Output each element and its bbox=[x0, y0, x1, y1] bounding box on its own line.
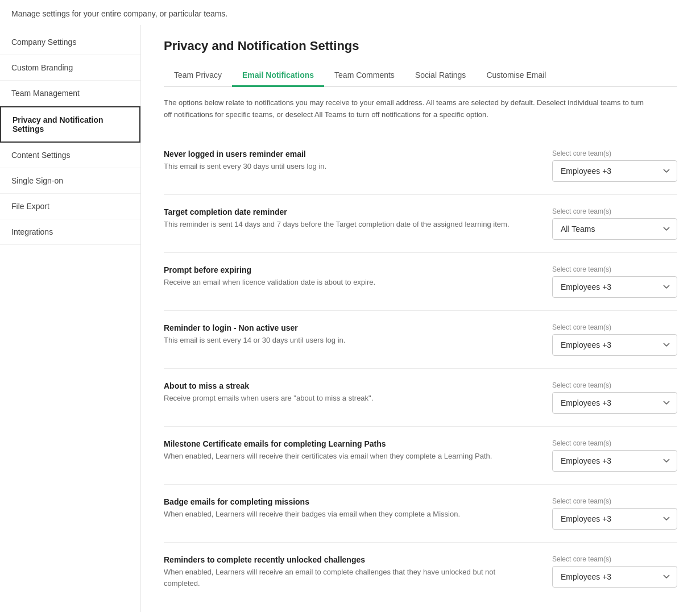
notification-title-about-to-miss-streak: About to miss a streak bbox=[164, 381, 516, 390]
notification-desc-reminders-challenges: When enabled, Learners will receive an e… bbox=[164, 567, 516, 589]
select-dropdown-about-to-miss-streak[interactable]: All TeamsEmployees +3EmployeesManagersAl… bbox=[552, 392, 677, 414]
notification-desc-badge-emails: When enabled, Learners will receive thei… bbox=[164, 509, 516, 520]
select-label-prompt-expiring: Select core team(s) bbox=[552, 265, 677, 273]
select-group-never-logged-in: Select core team(s)All TeamsEmployees +3… bbox=[552, 149, 677, 182]
select-dropdown-reminder-login[interactable]: All TeamsEmployees +3EmployeesManagersAl… bbox=[552, 334, 677, 356]
sidebar-item-single-sign-on[interactable]: Single Sign-on bbox=[0, 168, 140, 194]
notification-row-prompt-expiring: Prompt before expiringReceive an email w… bbox=[164, 253, 677, 311]
notification-desc-about-to-miss-streak: Receive prompt emails when users are "ab… bbox=[164, 393, 516, 404]
sidebar-item-custom-branding[interactable]: Custom Branding bbox=[0, 55, 140, 81]
notification-desc-target-completion: This reminder is sent 14 days and 7 days… bbox=[164, 219, 516, 230]
notification-row-never-logged-in: Never logged in users reminder emailThis… bbox=[164, 137, 677, 195]
select-label-about-to-miss-streak: Select core team(s) bbox=[552, 381, 677, 389]
notification-desc-reminder-login: This email is sent every 14 or 30 days u… bbox=[164, 335, 516, 346]
select-dropdown-prompt-expiring[interactable]: All TeamsEmployees +3EmployeesManagersAl… bbox=[552, 276, 677, 298]
sidebar: Company SettingsCustom BrandingTeam Mana… bbox=[0, 25, 141, 612]
select-label-target-completion: Select core team(s) bbox=[552, 207, 677, 215]
notification-text-milestone-certificate: Milestone Certificate emails for complet… bbox=[164, 439, 516, 462]
notification-text-about-to-miss-streak: About to miss a streakReceive prompt ema… bbox=[164, 381, 516, 404]
notification-title-reminders-challenges: Reminders to complete recently unlocked … bbox=[164, 555, 516, 564]
notification-text-target-completion: Target completion date reminderThis remi… bbox=[164, 207, 516, 230]
notification-title-never-logged-in: Never logged in users reminder email bbox=[164, 149, 516, 159]
select-dropdown-target-completion[interactable]: All TeamsEmployees +3EmployeesManagersAl… bbox=[552, 218, 677, 240]
sidebar-item-integrations[interactable]: Integrations bbox=[0, 219, 140, 245]
notification-row-reminders-challenges: Reminders to complete recently unlocked … bbox=[164, 543, 677, 602]
select-group-about-to-miss-streak: Select core team(s)All TeamsEmployees +3… bbox=[552, 381, 677, 414]
notification-title-badge-emails: Badge emails for completing missions bbox=[164, 497, 516, 506]
tabs-container: Team PrivacyEmail NotificationsTeam Comm… bbox=[164, 65, 677, 87]
page-title: Privacy and Notification Settings bbox=[164, 39, 677, 53]
notification-title-target-completion: Target completion date reminder bbox=[164, 207, 516, 217]
select-group-badge-emails: Select core team(s)All TeamsEmployees +3… bbox=[552, 497, 677, 530]
tab-team-privacy[interactable]: Team Privacy bbox=[164, 65, 232, 87]
notification-row-reminder-login: Reminder to login - Non active userThis … bbox=[164, 311, 677, 369]
sidebar-item-file-export[interactable]: File Export bbox=[0, 194, 140, 219]
tab-social-ratings[interactable]: Social Ratings bbox=[405, 65, 477, 87]
notification-text-badge-emails: Badge emails for completing missionsWhen… bbox=[164, 497, 516, 520]
select-dropdown-never-logged-in[interactable]: All TeamsEmployees +3EmployeesManagersAl… bbox=[552, 160, 677, 182]
tab-customise-email[interactable]: Customise Email bbox=[476, 65, 556, 87]
top-description: Manage settings for your entire company,… bbox=[0, 0, 700, 25]
notification-text-reminder-login: Reminder to login - Non active userThis … bbox=[164, 323, 516, 346]
notification-desc-milestone-certificate: When enabled, Learners will receive thei… bbox=[164, 451, 516, 462]
notification-row-target-completion: Target completion date reminderThis remi… bbox=[164, 195, 677, 253]
tab-team-comments[interactable]: Team Comments bbox=[324, 65, 405, 87]
select-group-milestone-certificate: Select core team(s)All TeamsEmployees +3… bbox=[552, 439, 677, 472]
notification-title-reminder-login: Reminder to login - Non active user bbox=[164, 323, 516, 332]
notification-row-badge-emails: Badge emails for completing missionsWhen… bbox=[164, 485, 677, 543]
notification-title-milestone-certificate: Milestone Certificate emails for complet… bbox=[164, 439, 516, 448]
select-group-reminders-challenges: Select core team(s)All TeamsEmployees +3… bbox=[552, 555, 677, 588]
select-group-target-completion: Select core team(s)All TeamsEmployees +3… bbox=[552, 207, 677, 240]
notification-desc-prompt-expiring: Receive an email when licence validation… bbox=[164, 277, 516, 288]
notification-text-reminders-challenges: Reminders to complete recently unlocked … bbox=[164, 555, 516, 589]
notification-text-never-logged-in: Never logged in users reminder emailThis… bbox=[164, 149, 516, 172]
notifications-list: Never logged in users reminder emailThis… bbox=[164, 137, 677, 602]
sidebar-item-company-settings[interactable]: Company Settings bbox=[0, 30, 140, 55]
notification-row-milestone-certificate: Milestone Certificate emails for complet… bbox=[164, 427, 677, 485]
main-content: Privacy and Notification Settings Team P… bbox=[141, 25, 700, 612]
sidebar-item-content-settings[interactable]: Content Settings bbox=[0, 143, 140, 168]
select-label-reminder-login: Select core team(s) bbox=[552, 323, 677, 331]
select-dropdown-badge-emails[interactable]: All TeamsEmployees +3EmployeesManagersAl… bbox=[552, 508, 677, 530]
select-group-reminder-login: Select core team(s)All TeamsEmployees +3… bbox=[552, 323, 677, 356]
notification-title-prompt-expiring: Prompt before expiring bbox=[164, 265, 516, 274]
tab-email-notifications[interactable]: Email Notifications bbox=[232, 65, 324, 87]
select-group-prompt-expiring: Select core team(s)All TeamsEmployees +3… bbox=[552, 265, 677, 298]
notification-row-about-to-miss-streak: About to miss a streakReceive prompt ema… bbox=[164, 369, 677, 427]
select-dropdown-milestone-certificate[interactable]: All TeamsEmployees +3EmployeesManagersAl… bbox=[552, 450, 677, 472]
select-dropdown-reminders-challenges[interactable]: All TeamsEmployees +3EmployeesManagersAl… bbox=[552, 566, 677, 588]
notification-text-prompt-expiring: Prompt before expiringReceive an email w… bbox=[164, 265, 516, 288]
select-label-reminders-challenges: Select core team(s) bbox=[552, 555, 677, 563]
notification-desc-never-logged-in: This email is sent every 30 days until u… bbox=[164, 161, 516, 172]
select-label-never-logged-in: Select core team(s) bbox=[552, 149, 677, 157]
sidebar-item-team-management[interactable]: Team Management bbox=[0, 81, 140, 106]
select-label-badge-emails: Select core team(s) bbox=[552, 497, 677, 505]
select-label-milestone-certificate: Select core team(s) bbox=[552, 439, 677, 447]
tab-description: The options below relate to notification… bbox=[164, 97, 653, 121]
sidebar-item-privacy-notification[interactable]: Privacy and Notification Settings bbox=[0, 106, 140, 143]
